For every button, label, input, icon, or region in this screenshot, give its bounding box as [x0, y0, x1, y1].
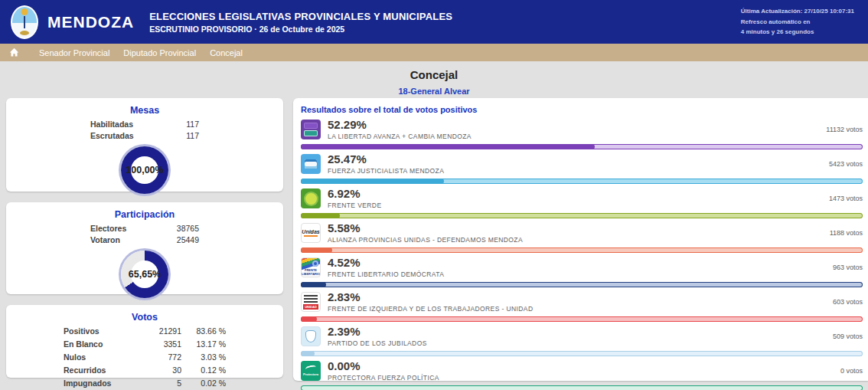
votos-value: 30	[137, 365, 181, 375]
party-bar	[301, 351, 863, 356]
stat-label: Electores	[90, 224, 161, 233]
votos-title: Votos	[12, 312, 277, 323]
stat-value: 38765	[161, 224, 199, 233]
election-title: ELECCIONES LEGISLATIVAS PROVINCIALES Y M…	[149, 11, 452, 22]
votos-value: 5	[137, 379, 181, 388]
votos-label: Impugnados	[64, 379, 137, 388]
nav-item-senador-provincial[interactable]: Senador Provincial	[39, 48, 109, 57]
votos-label: Positivos	[64, 326, 137, 336]
stat-row: Votaron 25449	[12, 235, 277, 244]
party-percent: 52.29%	[328, 119, 826, 130]
party-bar	[301, 385, 863, 390]
party-row: UNIDAD 2.83% FRENTE DE IZQUIERDA Y DE LO…	[301, 291, 863, 322]
votos-percent: 13.17 %	[181, 339, 226, 349]
party-bar	[301, 282, 863, 287]
party-row: 52.29% LA LIBERTAD AVANZA + CAMBIA MENDO…	[301, 119, 863, 149]
party-bar	[301, 247, 863, 253]
stat-row: Habilitadas 117	[12, 120, 277, 129]
votos-label: Nulos	[64, 352, 137, 362]
party-logo-frente-libertario-icon: FRENTE LIBERTARIO	[301, 257, 321, 277]
stat-label: Votaron	[90, 235, 161, 244]
party-votes: 1188 votos	[830, 229, 863, 237]
votos-label: En Blanco	[64, 339, 137, 349]
party-percent: 25.47%	[328, 153, 829, 165]
party-percent: 0.00%	[328, 360, 840, 372]
party-bar	[301, 316, 863, 322]
votos-value: 3351	[137, 339, 181, 349]
home-icon[interactable]	[9, 48, 19, 57]
votos-value: 772	[137, 352, 181, 362]
votos-percent: 0.02 %	[181, 379, 226, 388]
party-name: LA LIBERTAD AVANZA + CAMBIA MENDOZA	[328, 133, 826, 140]
stat-label: Habilitadas	[90, 120, 161, 129]
election-subtitle: ESCRUTINIO PROVISORIO · 26 de Octubre de…	[149, 25, 452, 34]
party-percent: 5.58%	[328, 222, 830, 234]
party-percent: 6.92%	[328, 188, 829, 199]
party-votes: 509 votos	[833, 333, 863, 340]
participacion-title: Participación	[12, 209, 277, 220]
party-percent: 4.52%	[328, 257, 833, 268]
party-votes: 963 votos	[833, 264, 863, 271]
party-logo-frente-verde-icon	[301, 188, 321, 208]
participacion-donut-chart: 65,65%	[121, 251, 168, 298]
page-title: Concejal	[0, 68, 868, 81]
results-title: Resultados sobre el total de votos posit…	[301, 105, 863, 114]
party-votes: 1473 votos	[829, 195, 863, 202]
party-name: FUERZA JUSTICIALISTA MENDOZA	[328, 167, 829, 175]
last-update: Última Actualización: 27/10/25 10:07:31	[741, 6, 854, 17]
party-row: 6.92% FRENTE VERDE 1473 votos	[301, 188, 863, 218]
district-title: 18-General Alvear	[0, 87, 868, 96]
party-logo-protectora-icon: Protectora	[301, 361, 321, 381]
stat-row: Escrutadas 117	[12, 131, 277, 140]
nav-item-diputado-provincial[interactable]: Diputado Provincial	[123, 48, 196, 57]
party-name: FRENTE DE IZQUIERDA Y DE LOS TRABAJADORE…	[328, 305, 833, 313]
nav-item-concejal[interactable]: Concejal	[210, 48, 243, 57]
party-row: Unidas 5.58% ALIANZA PROVINCIAS UNIDAS -…	[301, 222, 863, 253]
stat-row: Electores 38765	[12, 224, 277, 233]
mesas-title: Mesas	[12, 105, 277, 116]
stat-value: 117	[161, 131, 199, 140]
votos-table: Positivos 21291 83.66 % En Blanco 3351 1…	[12, 326, 277, 388]
mesas-donut-chart: 100,00%	[121, 146, 168, 194]
content: Concejal 18-General Alvear Mesas Habilit…	[0, 61, 868, 390]
refresh-line2: 4 minutos y 26 segundos	[741, 27, 854, 38]
party-percent: 2.83%	[328, 291, 833, 303]
party-logo-la-libertad-avanza-icon	[301, 120, 321, 139]
nav-bar: Senador Provincial Diputado Provincial C…	[0, 44, 868, 61]
stat-value: 25449	[161, 235, 199, 244]
party-logo-jubilados-icon	[301, 326, 321, 346]
mesas-card: Mesas Habilitadas 117 Escrutadas 117 100…	[6, 98, 283, 192]
party-logo-fuerza-justicialista-icon	[301, 154, 321, 174]
participacion-donut-label: 65,65%	[121, 251, 168, 298]
results-panel: Resultados sobre el total de votos posit…	[293, 98, 868, 381]
party-row: 2.39% PARTIDO DE LOS JUBILADOS 509 votos	[301, 326, 863, 356]
votos-percent: 3.03 %	[181, 352, 226, 362]
party-logo-provincias-unidas-icon: Unidas	[301, 223, 321, 243]
party-name: PARTIDO DE LOS JUBILADOS	[328, 339, 833, 347]
stat-value: 117	[161, 120, 199, 129]
stat-label: Escrutadas	[90, 131, 161, 140]
mesas-donut-label: 100,00%	[121, 146, 168, 194]
party-name: PROTECTORA FUERZA POLÍTICA	[328, 374, 840, 382]
party-name: ALIANZA PROVINCIAS UNIDAS - DEFENDAMOS M…	[328, 236, 830, 244]
refresh-line1: Refresco automático en	[741, 17, 854, 28]
mendoza-coat-of-arms-icon	[11, 5, 38, 39]
votos-label: Recurridos	[64, 365, 137, 375]
party-bar	[301, 144, 863, 149]
brand-name: MENDOZA	[47, 13, 134, 31]
party-bar	[301, 213, 863, 218]
party-name: FRENTE LIBERTARIO DEMÓCRATA	[328, 270, 833, 278]
party-bar	[301, 179, 863, 184]
party-row: FRENTE LIBERTARIO 4.52% FRENTE LIBERTARI…	[301, 257, 863, 287]
party-row: 25.47% FUERZA JUSTICIALISTA MENDOZA 5423…	[301, 153, 863, 184]
party-votes: 11132 votos	[826, 126, 863, 133]
header: MENDOZA ELECCIONES LEGISLATIVAS PROVINCI…	[0, 0, 868, 44]
votos-card: Votos Positivos 21291 83.66 % En Blanco …	[6, 305, 283, 378]
party-votes: 5423 votos	[829, 160, 863, 168]
votos-percent: 83.66 %	[181, 326, 226, 336]
update-info: Última Actualización: 27/10/25 10:07:31 …	[741, 6, 857, 38]
party-votes: 0 votos	[840, 367, 863, 375]
party-row: Protectora 0.00% PROTECTORA FUERZA POLÍT…	[301, 360, 863, 390]
votos-value: 21291	[137, 326, 181, 336]
votos-percent: 0.12 %	[181, 365, 226, 375]
